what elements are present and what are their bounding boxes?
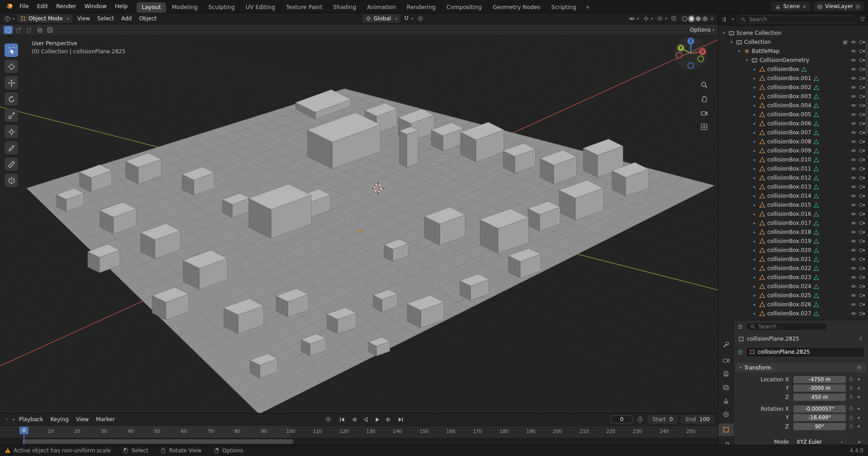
expand-arrow-icon[interactable]: ▸ (752, 67, 757, 71)
viewport-menu-view[interactable]: View (74, 15, 94, 22)
animate-dot[interactable] (858, 417, 860, 419)
expand-arrow-icon[interactable]: ▸ (752, 121, 757, 126)
use-preview-range-icon[interactable] (637, 416, 643, 423)
playhead[interactable]: 0 (19, 427, 28, 434)
frame-end-field[interactable]: End 100 (681, 415, 714, 423)
outliner-row[interactable]: ▾CollisionGeometry (718, 56, 868, 65)
expand-arrow-icon[interactable]: ▸ (752, 112, 757, 117)
transform-value-field[interactable]: -4750 m (793, 376, 846, 383)
tab-uv-editing[interactable]: UV Editing (241, 2, 280, 13)
hide-eye-icon[interactable] (850, 247, 857, 253)
tool-move[interactable] (5, 76, 18, 90)
next-key-button[interactable] (386, 416, 393, 423)
timeline-menu-view[interactable]: View (72, 416, 92, 423)
hide-eye-icon[interactable] (850, 166, 857, 172)
select-mode-button-0[interactable] (4, 26, 13, 34)
expand-arrow-icon[interactable]: ▸ (752, 103, 757, 108)
disable-render-camera-icon[interactable] (859, 265, 865, 271)
properties-search-input[interactable] (758, 323, 823, 330)
hide-eye-icon[interactable] (850, 184, 857, 190)
outliner-row[interactable]: ▸collisionBox.025 (718, 291, 868, 300)
hide-eye-icon[interactable] (850, 238, 857, 244)
disable-render-camera-icon[interactable] (859, 310, 865, 317)
pin-icon[interactable] (858, 336, 863, 342)
proportional-edit-icon[interactable] (416, 15, 425, 22)
disable-render-camera-icon[interactable] (859, 283, 865, 290)
blender-logo-icon[interactable] (5, 2, 14, 11)
outliner-editor-icon[interactable] (721, 16, 727, 23)
tab-rendering[interactable]: Rendering (402, 2, 441, 13)
outliner-row[interactable]: ▸collisionBox.010 (718, 155, 868, 164)
shading-rendered-icon[interactable] (703, 16, 708, 21)
outliner-row[interactable]: ▸collisionBox.011 (718, 164, 868, 173)
outliner-row[interactable]: ▸collisionBox.027 (718, 309, 868, 318)
disable-render-camera-icon[interactable] (859, 120, 865, 127)
snap-magnet-icon[interactable]: ▾ (402, 15, 415, 22)
hide-eye-icon[interactable] (850, 147, 857, 154)
hide-eye-icon[interactable] (850, 84, 857, 90)
jump-end-button[interactable] (397, 416, 405, 423)
tab-geometry-nodes[interactable]: Geometry Nodes (488, 2, 545, 13)
tab-shading[interactable]: Shading (328, 2, 361, 13)
duplicate-icon[interactable] (855, 4, 860, 9)
properties-tab-tool[interactable] (718, 338, 734, 351)
shading-wireframe-icon[interactable] (682, 16, 687, 21)
viewport-3d[interactable]: Options▾ User Perspective (0) Collection… (0, 24, 718, 413)
expand-arrow-icon[interactable]: ▸ (752, 275, 757, 280)
disable-render-camera-icon[interactable] (859, 75, 865, 81)
outliner-display-mode-icon[interactable]: ▾ (732, 17, 734, 21)
hide-eye-icon[interactable] (850, 111, 857, 118)
timeline-menu-playback[interactable]: Playback (15, 416, 47, 423)
expand-arrow-icon[interactable]: ▸ (752, 203, 757, 207)
tab-scripting[interactable]: Scripting (546, 2, 581, 13)
timeline-menu-keying[interactable]: Keying (47, 416, 72, 423)
jump-start-button[interactable] (339, 416, 346, 423)
timeline-editor-icon[interactable] (4, 416, 10, 423)
disable-render-camera-icon[interactable] (859, 274, 865, 280)
editor-type-icon[interactable]: ▾ (3, 15, 16, 22)
tab-texture-paint[interactable]: Texture Paint (281, 2, 327, 13)
outliner-row[interactable]: ▸collisionBox.024 (718, 282, 868, 291)
outliner-row[interactable]: ▸collisionBox.023 (718, 273, 868, 282)
hide-eye-icon[interactable] (850, 66, 857, 72)
properties-search[interactable] (746, 323, 827, 331)
viewport-menu-select[interactable]: Select (94, 15, 118, 22)
disable-render-camera-icon[interactable] (859, 84, 865, 90)
outliner-row[interactable]: ▸collisionBox.006 (718, 119, 868, 128)
outliner-row[interactable]: ▾BattleMap (718, 47, 868, 56)
collapse-arrow-icon[interactable]: ▾ (736, 49, 742, 53)
properties-tab-viewlayer[interactable] (718, 381, 734, 394)
disable-render-camera-icon[interactable] (859, 129, 865, 136)
hide-eye-icon[interactable] (850, 274, 857, 280)
outliner-scrollbar[interactable] (865, 40, 868, 135)
visibility-dropdown-icon[interactable]: ▾ (627, 15, 640, 22)
tab-modeling[interactable]: Modeling (167, 2, 203, 13)
expand-arrow-icon[interactable]: ▸ (752, 139, 757, 144)
outliner-row[interactable]: ▸collisionBox.020 (718, 246, 868, 255)
tool-measure[interactable] (5, 157, 18, 171)
outliner-row[interactable]: ▸collisionBox.022 (718, 264, 868, 273)
expand-arrow-icon[interactable]: ▸ (752, 85, 757, 90)
animate-dot[interactable] (858, 396, 860, 398)
expand-arrow-icon[interactable]: ▸ (752, 130, 757, 135)
scene-selector[interactable]: Scene (772, 2, 810, 11)
menu-edit[interactable]: Edit (33, 0, 52, 13)
hide-eye-icon[interactable] (850, 93, 857, 100)
object-name-field[interactable]: collisionPlane.2825 (746, 347, 864, 357)
add-workspace-button[interactable]: + (582, 2, 593, 13)
hide-eye-icon[interactable] (850, 138, 857, 145)
timeline-ruler[interactable]: 0102030405060708090100110120130140150160… (0, 425, 718, 438)
hide-eye-icon[interactable] (850, 48, 857, 54)
outliner-row[interactable]: ▾Scene Collection (718, 28, 868, 38)
expand-arrow-icon[interactable]: ▸ (752, 194, 757, 198)
current-frame-field[interactable]: 0 (611, 415, 632, 423)
tool-add-cube[interactable] (5, 174, 18, 187)
pan-hand-icon[interactable] (699, 94, 709, 104)
properties-tab-world[interactable] (718, 408, 734, 421)
outliner-row[interactable]: ▸collisionBox.021 (718, 255, 868, 264)
hide-eye-icon[interactable] (850, 220, 857, 226)
outliner-row[interactable]: ▸collisionBox.026 (718, 300, 868, 309)
disable-render-camera-icon[interactable] (859, 175, 865, 181)
outliner-row[interactable]: ▸collisionBox.001 (718, 74, 868, 83)
hide-eye-icon[interactable] (850, 229, 857, 235)
